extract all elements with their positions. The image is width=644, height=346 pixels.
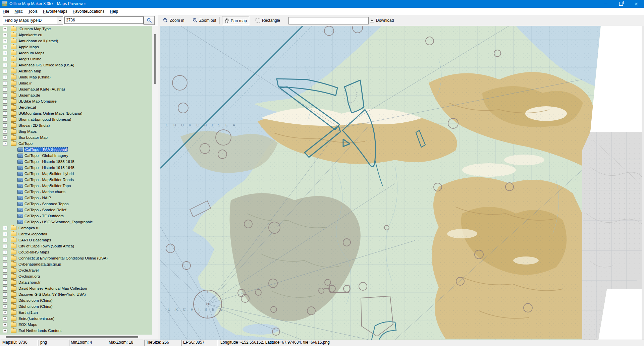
tree-item[interactable]: +BBBike Map Compare — [0, 98, 152, 104]
expander-toggle[interactable]: + — [3, 87, 7, 92]
tree-item[interactable]: +Balad.ir — [0, 80, 152, 86]
tree-item[interactable]: CalTopo - Marine charts — [0, 189, 152, 195]
tree-vertical-scrollbar[interactable] — [152, 26, 158, 335]
expander-toggle[interactable]: + — [3, 57, 7, 61]
expander-toggle[interactable]: + — [3, 111, 7, 116]
zoom-out-button[interactable]: Zoom out — [191, 16, 218, 24]
expander-toggle[interactable]: + — [3, 93, 7, 98]
menu-item-favoritemaps[interactable]: FavoriteMaps — [40, 8, 70, 15]
menu-item-favoritelocations[interactable]: FavoriteLocations — [70, 8, 107, 15]
expander-toggle[interactable]: + — [3, 135, 7, 140]
tree-item[interactable]: CalTopo - Global Imagery — [0, 153, 152, 159]
expander-toggle[interactable]: + — [3, 268, 7, 273]
tree-item[interactable]: +CARTO Basemaps — [0, 237, 152, 243]
expander-toggle[interactable]: + — [3, 310, 7, 315]
search-button[interactable] — [144, 16, 155, 25]
menu-item-file[interactable]: File — [0, 8, 12, 15]
expander-toggle[interactable]: + — [3, 117, 7, 122]
tree-item[interactable]: +BGMountains Online Maps (Bulgaria) — [0, 110, 152, 116]
expander-toggle[interactable]: + — [3, 39, 7, 43]
tree-item[interactable]: CalTopo - MapBuilder Roads — [0, 177, 152, 183]
minimize-button[interactable] — [598, 0, 613, 8]
tree-item[interactable]: +Cyberjapandata.gsi.go.jp — [0, 261, 152, 267]
tree-item[interactable]: CalTopo - Scanned Topos — [0, 201, 152, 207]
zoom-in-button[interactable]: Zoom in — [161, 16, 186, 24]
expander-toggle[interactable]: + — [3, 280, 7, 285]
tree-item[interactable]: +Cyclosm.org — [0, 273, 152, 279]
expander-toggle[interactable]: + — [3, 129, 7, 134]
expander-toggle[interactable]: + — [3, 256, 7, 261]
expander-toggle[interactable]: - — [3, 141, 7, 146]
tree-item[interactable]: +Basemap.at Karte (Austria) — [0, 86, 152, 92]
tree-item[interactable]: CalTopo - NAIP — [0, 195, 152, 201]
expander-toggle[interactable]: + — [3, 329, 7, 333]
expander-toggle[interactable]: + — [3, 250, 7, 254]
tree-item[interactable]: +Bhuvan-2D (India) — [0, 122, 152, 128]
tree-item[interactable]: +Ditu.so.com (China) — [0, 297, 152, 303]
expander-toggle[interactable]: + — [3, 51, 7, 55]
expander-toggle[interactable]: + — [3, 232, 7, 236]
expander-toggle[interactable]: + — [3, 298, 7, 303]
tree-item[interactable]: CalTopo - Historic 1915-1945 — [0, 165, 152, 171]
menu-item-help[interactable]: Help — [107, 8, 121, 15]
expander-toggle[interactable]: + — [3, 323, 7, 327]
tree-item[interactable]: +Connecticut Environmental Conditions On… — [0, 255, 152, 261]
combo-dropdown-button[interactable] — [57, 17, 63, 24]
tree-item[interactable]: +Earth.jl1.cn — [0, 309, 152, 315]
tree-item[interactable]: CalTopo - TF Outdoors — [0, 213, 152, 219]
restore-button[interactable] — [613, 0, 629, 8]
tree-item[interactable]: CalTopo - USGS-Scanned_Topographic — [0, 219, 152, 225]
tree-item[interactable]: -CalTopo — [0, 140, 152, 147]
tree-item[interactable]: +Discover GIS Data NY (NewYork, USA) — [0, 291, 152, 297]
tree-item[interactable]: +Arkansas GIS Offlice Map (USA) — [0, 62, 152, 68]
tree-item[interactable]: +City of Cape Town (South Africa) — [0, 243, 152, 249]
pan-map-button[interactable]: Pan map — [222, 16, 249, 25]
tree-item[interactable]: +Amudanan.co.il (Israel) — [0, 38, 152, 44]
expander-toggle[interactable]: + — [3, 262, 7, 267]
tree-horizontal-scrollbar[interactable] — [0, 335, 158, 339]
find-mode-select[interactable]: Find by MapsTypeID — [3, 16, 63, 24]
expander-toggle[interactable]: + — [3, 316, 7, 321]
expander-toggle[interactable]: + — [3, 304, 7, 309]
tree-item[interactable]: +Box Locator Map — [0, 134, 152, 140]
tree-item[interactable]: +!Custom Map Type — [0, 26, 152, 32]
tree-item[interactable]: +Esri Netherlands Content — [0, 328, 152, 334]
tree-item[interactable]: CalTopo - MapBuilder Hybrid — [0, 171, 152, 177]
expander-toggle[interactable]: + — [3, 99, 7, 104]
download-button[interactable]: Download — [368, 16, 396, 24]
tree-item[interactable]: +Data.shom.fr — [0, 279, 152, 285]
tree-item[interactable]: +Bergfex.at — [0, 104, 152, 110]
expander-toggle[interactable]: + — [3, 226, 7, 230]
tree-item[interactable]: +Baidu Map (China) — [0, 74, 152, 80]
tree-item[interactable]: +Basemap.de — [0, 92, 152, 98]
tree-item[interactable]: +Arcgis Online — [0, 56, 152, 62]
expander-toggle[interactable]: + — [3, 27, 7, 31]
expander-toggle[interactable]: + — [3, 238, 7, 242]
tree-item[interactable]: +Bhumi.atrbpn.go.id (Indonesia) — [0, 116, 152, 122]
menu-item-tools[interactable]: Tools — [25, 8, 40, 15]
expander-toggle[interactable]: + — [3, 63, 7, 67]
menu-item-misc[interactable]: Misc — [12, 8, 25, 15]
expander-toggle[interactable]: + — [3, 244, 7, 248]
expander-toggle[interactable]: + — [3, 33, 7, 37]
tree-item[interactable]: +Cycle.travel — [0, 267, 152, 273]
expander-toggle[interactable]: + — [3, 105, 7, 110]
tree-item[interactable]: +EOX Maps — [0, 322, 152, 328]
tree-item[interactable]: +CoCoRaHS Maps — [0, 249, 152, 255]
tree-item[interactable]: +Alpenkarte.eu — [0, 32, 152, 38]
close-button[interactable]: ✕ — [629, 0, 644, 8]
tree-item[interactable]: CalTopo - FAA Sectional — [0, 147, 152, 153]
expander-toggle[interactable]: + — [3, 123, 7, 128]
expander-toggle[interactable]: + — [3, 45, 7, 49]
scrollbar-thumb[interactable] — [6, 336, 138, 338]
expander-toggle[interactable]: + — [3, 69, 7, 73]
tree-item[interactable]: +Carte-Geoportail — [0, 231, 152, 237]
expander-toggle[interactable]: + — [3, 274, 7, 279]
expander-toggle[interactable]: + — [3, 292, 7, 297]
tree-item[interactable]: CalTopo - MapBuilder Topo — [0, 183, 152, 189]
search-input[interactable] — [64, 16, 144, 24]
rectangle-button[interactable]: Rectangle — [254, 16, 282, 24]
map-canvas[interactable]: C H U K C H I S E A U K C H I S E A — [160, 26, 642, 340]
scrollbar-thumb[interactable] — [154, 34, 156, 84]
tree-item[interactable]: +Bing Maps — [0, 128, 152, 134]
